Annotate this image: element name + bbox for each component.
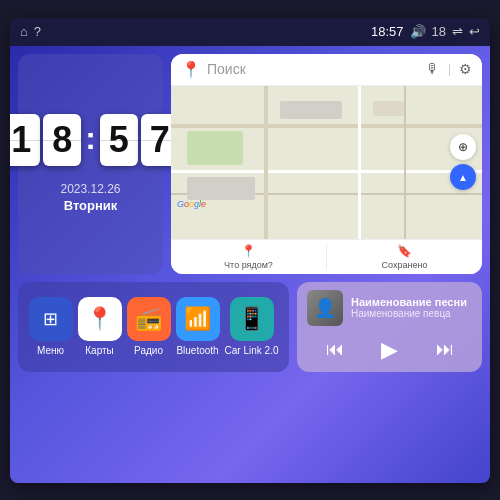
hours-group: 1 8 [10,114,81,166]
battery-number: 18 [432,24,446,39]
maps-label: Карты [85,345,114,356]
map-gear-icon[interactable]: ⚙ [459,61,472,77]
app-menu[interactable]: ⊞ Меню [29,297,73,356]
radio-icon-wrap: 📻 [127,297,171,341]
map-mic-icon[interactable]: 🎙 [426,61,440,77]
apps-bar: ⊞ Меню 📍 Карты 📻 Радио [18,282,289,372]
nearby-icon: 📍 [241,244,256,258]
question-icon[interactable]: ? [34,24,41,39]
top-row: 1 8 : 5 7 2023.12.26 Вторник 📍 Поиск [18,54,482,274]
carlink-icon: 📱 [238,306,265,332]
menu-label: Меню [37,345,64,356]
flip-clock: 1 8 : 5 7 [10,114,179,166]
status-time: 18:57 [371,24,404,39]
map-widget[interactable]: 📍 Поиск 🎙 | ⚙ [171,54,482,274]
next-button[interactable]: ⏭ [429,334,461,366]
bottom-row: ⊞ Меню 📍 Карты 📻 Радио [18,282,482,372]
status-bar: ⌂ ? 18:57 🔊 18 ⇌ ↩ [10,18,490,46]
map-road-h1 [171,124,482,128]
music-artwork: 👤 [307,290,343,326]
bt-icon-wrap: 📶 [176,297,220,341]
map-location-btn[interactable]: ▲ [450,164,476,190]
clock-date: 2023.12.26 [60,182,120,196]
device-frame: ⌂ ? 18:57 🔊 18 ⇌ ↩ 1 8 : 5 7 [10,18,490,483]
map-block3 [187,177,255,200]
home-icon[interactable]: ⌂ [20,24,28,39]
music-widget: 👤 Наименование песни Наименование певца … [297,282,482,372]
google-logo: Google [177,199,206,209]
clock-colon: : [85,120,96,157]
map-road-h2 [171,170,482,173]
map-road-v2 [358,86,361,239]
music-controls: ⏮ ▶ ⏭ [297,330,482,372]
play-button[interactable]: ▶ [374,334,406,366]
map-search-bar: 📍 Поиск 🎙 | ⚙ [171,54,482,86]
back-icon[interactable]: ↩ [469,24,480,39]
app-bluetooth[interactable]: 📶 Bluetooth [176,297,220,356]
clock-widget: 1 8 : 5 7 2023.12.26 Вторник [18,54,163,274]
app-maps[interactable]: 📍 Карты [78,297,122,356]
map-bottom-bar: 📍 Что рядом? 🔖 Сохранено [171,239,482,274]
carlink-label: Car Link 2.0 [225,345,279,356]
map-park [187,131,243,165]
menu-icon-wrap: ⊞ [29,297,73,341]
map-nearby-btn[interactable]: 📍 Что рядом? [171,240,326,274]
map-zoom-in[interactable]: ⊕ [450,134,476,160]
minutes-group: 5 7 [100,114,179,166]
map-block1 [280,101,342,119]
hour-ones: 8 [43,114,81,166]
usb-icon: ⇌ [452,24,463,39]
main-content: 1 8 : 5 7 2023.12.26 Вторник 📍 Поиск [10,46,490,483]
map-saved-btn[interactable]: 🔖 Сохранено [327,240,482,274]
map-block2 [373,101,404,116]
saved-icon: 🔖 [397,244,412,258]
menu-icon: ⊞ [43,308,58,330]
maps-icon-wrap: 📍 [78,297,122,341]
status-left-icons: ⌂ ? [20,24,41,39]
minute-tens: 5 [100,114,138,166]
volume-icon: 🔊 [410,24,426,39]
music-title: Наименование песни [351,296,472,308]
radio-icon: 📻 [135,306,162,332]
app-carlink[interactable]: 📱 Car Link 2.0 [225,297,279,356]
carlink-icon-wrap: 📱 [230,297,274,341]
music-art-icon: 👤 [314,297,336,319]
bluetooth-label: Bluetooth [176,345,218,356]
map-road-v3 [404,86,406,239]
hour-tens: 1 [10,114,40,166]
app-radio[interactable]: 📻 Радио [127,297,171,356]
maps-icon: 📍 [86,306,113,332]
clock-day: Вторник [64,198,118,213]
radio-label: Радио [134,345,163,356]
divider-line: | [448,62,451,76]
map-area[interactable]: ⊕ ▲ Google [171,86,482,239]
music-artist: Наименование певца [351,308,472,319]
music-top: 👤 Наименование песни Наименование певца [297,282,482,330]
bluetooth-icon: 📶 [184,306,211,332]
saved-label: Сохранено [382,260,428,270]
map-pin-icon: 📍 [181,60,201,79]
map-search-placeholder[interactable]: Поиск [207,61,420,77]
map-controls: ⊕ ▲ [450,134,476,190]
map-road-v1 [264,86,268,239]
prev-button[interactable]: ⏮ [319,334,351,366]
music-info: Наименование песни Наименование певца [351,296,472,319]
nearby-label: Что рядом? [224,260,273,270]
